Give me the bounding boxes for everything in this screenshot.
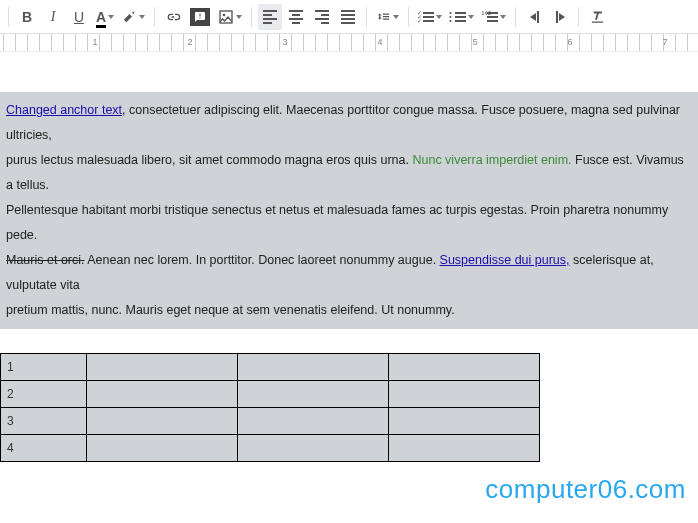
bulleted-list-button[interactable] xyxy=(447,4,477,30)
table-row[interactable]: 2 xyxy=(1,381,540,408)
image-icon xyxy=(218,9,234,25)
decrease-indent-icon xyxy=(530,11,539,23)
align-right-button[interactable] xyxy=(310,4,334,30)
paragraph[interactable]: Changed anchor text, consectetuer adipis… xyxy=(0,98,698,148)
text-color-glyph: A xyxy=(96,9,106,25)
caret-icon xyxy=(436,15,442,19)
hyperlink[interactable]: Suspendisse dui purus, xyxy=(440,253,570,267)
align-left-button[interactable] xyxy=(258,4,282,30)
watermark: computer06.com xyxy=(485,474,686,505)
text-run: purus lectus malesuada libero, sit amet … xyxy=(6,153,412,167)
text-run: Pellentesque habitant morbi tristique se… xyxy=(6,203,668,242)
insert-image-button[interactable] xyxy=(215,4,245,30)
table-row[interactable]: 4 xyxy=(1,435,540,462)
caret-icon xyxy=(236,15,242,19)
hyperlink[interactable]: Changed anchor text xyxy=(6,103,122,117)
line-spacing-icon xyxy=(376,9,391,24)
text-color-button[interactable]: A xyxy=(93,4,117,30)
bold-glyph: B xyxy=(22,9,32,25)
insert-comment-button[interactable] xyxy=(187,4,213,30)
table-cell[interactable]: 1 xyxy=(1,354,87,381)
italic-glyph: I xyxy=(51,9,56,25)
align-center-icon xyxy=(289,10,303,24)
ruler-number: 2 xyxy=(187,37,192,47)
text-run: Aenean nec lorem. In porttitor. Donec la… xyxy=(85,253,440,267)
clear-formatting-button[interactable] xyxy=(585,4,609,30)
caret-icon xyxy=(139,15,145,19)
clear-format-icon xyxy=(590,9,605,24)
table-cell[interactable] xyxy=(389,408,540,435)
bold-button[interactable]: B xyxy=(15,4,39,30)
table-cell[interactable]: 2 xyxy=(1,381,87,408)
separator xyxy=(366,7,367,27)
separator xyxy=(8,7,9,27)
align-right-icon xyxy=(315,10,329,24)
svg-point-1 xyxy=(223,13,226,16)
separator xyxy=(515,7,516,27)
ruler-number: 7 xyxy=(662,37,667,47)
table-cell[interactable] xyxy=(389,354,540,381)
ruler-number: 6 xyxy=(567,37,572,47)
paragraph[interactable]: purus lectus malesuada libero, sit amet … xyxy=(0,148,698,198)
table-cell[interactable] xyxy=(238,354,389,381)
table-cell[interactable] xyxy=(389,381,540,408)
ruler-ticks xyxy=(0,34,698,51)
selected-text-block[interactable]: Changed anchor text, consectetuer adipis… xyxy=(0,92,698,329)
decrease-indent-button[interactable] xyxy=(522,4,546,30)
caret-icon xyxy=(500,15,506,19)
text-run: pretium mattis, nunc. Mauris eget neque … xyxy=(6,303,455,317)
align-justify-icon xyxy=(341,10,355,24)
highlight-button[interactable] xyxy=(119,4,148,30)
increase-indent-icon xyxy=(556,11,565,23)
caret-icon xyxy=(108,15,114,19)
separator xyxy=(408,7,409,27)
colored-text: Nunc viverra imperdiet enim. xyxy=(412,153,571,167)
table-row[interactable]: 1 xyxy=(1,354,540,381)
ruler-number: 3 xyxy=(282,37,287,47)
table-cell[interactable] xyxy=(87,354,238,381)
formatting-toolbar: B I U A xyxy=(0,0,698,34)
document-canvas[interactable]: Changed anchor text, consectetuer adipis… xyxy=(0,52,698,462)
ruler-number: 5 xyxy=(472,37,477,47)
align-justify-button[interactable] xyxy=(336,4,360,30)
highlight-icon xyxy=(122,9,137,24)
numbered-list-icon xyxy=(482,12,498,22)
underline-button[interactable]: U xyxy=(67,4,91,30)
line-spacing-button[interactable] xyxy=(373,4,402,30)
ruler-number: 1 xyxy=(92,37,97,47)
ruler-number: 4 xyxy=(377,37,382,47)
paragraph[interactable]: Mauris et orci. Aenean nec lorem. In por… xyxy=(0,248,698,298)
table-cell[interactable] xyxy=(87,408,238,435)
table-cell[interactable] xyxy=(87,435,238,462)
svg-rect-0 xyxy=(220,11,232,23)
caret-icon xyxy=(393,15,399,19)
align-left-icon xyxy=(263,10,277,24)
paragraph[interactable]: pretium mattis, nunc. Mauris eget neque … xyxy=(0,298,698,323)
paragraph[interactable]: Pellentesque habitant morbi tristique se… xyxy=(0,198,698,248)
bullet-list-icon xyxy=(450,12,466,22)
table-cell[interactable] xyxy=(238,381,389,408)
italic-button[interactable]: I xyxy=(41,4,65,30)
ruler[interactable]: 1 2 3 4 5 6 7 xyxy=(0,34,698,52)
separator xyxy=(251,7,252,27)
checklist-button[interactable] xyxy=(415,4,445,30)
strikethrough-text: Mauris et orci. xyxy=(6,253,85,267)
table-cell[interactable] xyxy=(238,408,389,435)
link-icon xyxy=(165,9,181,25)
insert-link-button[interactable] xyxy=(161,4,185,30)
table-row[interactable]: 3 xyxy=(1,408,540,435)
separator xyxy=(154,7,155,27)
table-cell[interactable] xyxy=(87,381,238,408)
document-table[interactable]: 1 2 3 4 xyxy=(0,353,540,462)
caret-icon xyxy=(468,15,474,19)
table-cell[interactable]: 3 xyxy=(1,408,87,435)
separator xyxy=(578,7,579,27)
numbered-list-button[interactable] xyxy=(479,4,509,30)
align-center-button[interactable] xyxy=(284,4,308,30)
checklist-icon xyxy=(418,12,434,22)
table-cell[interactable]: 4 xyxy=(1,435,87,462)
table-cell[interactable] xyxy=(238,435,389,462)
table-cell[interactable] xyxy=(389,435,540,462)
increase-indent-button[interactable] xyxy=(548,4,572,30)
underline-glyph: U xyxy=(74,9,84,25)
